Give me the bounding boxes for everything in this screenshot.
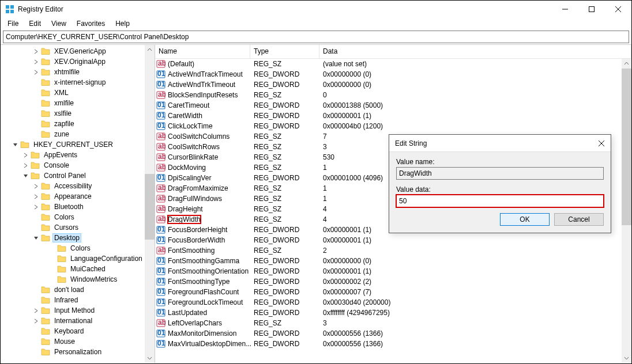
tree-item[interactable]: XEV.GenericApp xyxy=(1,46,155,56)
registry-value-row[interactable]: MaxMonitorDimensionREG_DWORD0x00000556 (… xyxy=(155,328,631,339)
tree-twisty-icon[interactable] xyxy=(21,172,29,180)
tree-item[interactable]: xmlfile xyxy=(1,98,155,108)
tree-item[interactable]: zune xyxy=(1,129,155,139)
column-type[interactable]: Type xyxy=(250,45,319,58)
tree-item[interactable]: Bluetooth xyxy=(1,202,155,212)
tree-item[interactable]: Console xyxy=(1,160,155,170)
list-scrollbar[interactable] xyxy=(622,59,631,363)
tree-item[interactable]: XEV.OriginalApp xyxy=(1,56,155,67)
maximize-button[interactable] xyxy=(578,1,605,18)
tree-pane[interactable]: XEV.GenericAppXEV.OriginalAppxhtmlfilex-… xyxy=(1,45,155,363)
registry-value-row[interactable]: FocusBorderWidthREG_DWORD0x00000001 (1) xyxy=(155,235,631,245)
close-icon[interactable] xyxy=(598,140,605,147)
ok-button[interactable]: OK xyxy=(500,213,550,226)
tree-item[interactable]: Accessibility xyxy=(1,181,155,191)
cancel-button[interactable]: Cancel xyxy=(554,213,604,226)
menu-help[interactable]: Help xyxy=(111,18,134,29)
tree-item[interactable]: Mouse xyxy=(1,336,155,347)
registry-value-row[interactable]: FontSmoothingOrientationREG_DWORD0x00000… xyxy=(155,266,631,276)
tree-item[interactable]: Input Method xyxy=(1,305,155,316)
tree-item[interactable]: Desktop xyxy=(1,233,155,243)
registry-value-row[interactable]: LastUpdatedREG_DWORD0xffffffff (42949672… xyxy=(155,308,631,318)
tree-item[interactable]: International xyxy=(1,316,155,326)
tree-item[interactable]: Keyboard xyxy=(1,326,155,336)
registry-value-row[interactable]: ForegroundLockTimeoutREG_DWORD0x00030d40… xyxy=(155,297,631,308)
tree-item-label: don't load xyxy=(52,286,86,294)
tree-item[interactable]: Control Panel xyxy=(1,170,155,181)
registry-value-row[interactable]: ActiveWndTrkTimeoutREG_DWORD0x00000000 (… xyxy=(155,79,631,90)
tree-item[interactable]: Personalization xyxy=(1,347,155,357)
reg-sz-icon xyxy=(156,204,165,214)
tree-item[interactable]: WindowMetrics xyxy=(1,274,155,285)
registry-value-row[interactable]: LeftOverlapCharsREG_SZ3 xyxy=(155,318,631,328)
folder-icon xyxy=(41,316,50,325)
scroll-up-icon[interactable] xyxy=(145,45,155,55)
tree-twisty-icon[interactable] xyxy=(21,151,29,159)
registry-value-row[interactable]: FontSmoothingTypeREG_DWORD0x00000002 (2) xyxy=(155,276,631,287)
registry-value-row[interactable]: FontSmoothingREG_SZ2 xyxy=(155,245,631,256)
tree-scrollbar[interactable] xyxy=(145,45,155,363)
registry-value-row[interactable]: ClickLockTimeREG_DWORD0x000004b0 (1200) xyxy=(155,121,631,131)
tree-twisty-icon[interactable] xyxy=(32,306,40,314)
folder-icon xyxy=(41,88,50,97)
tree-item-label: Keyboard xyxy=(52,327,85,335)
registry-value-row[interactable]: MaxVirtualDesktopDimen...REG_DWORD0x0000… xyxy=(155,339,631,349)
tree-item[interactable]: MuiCached xyxy=(1,264,155,274)
tree-twisty-icon[interactable] xyxy=(32,47,40,55)
tree-item[interactable]: Cursors xyxy=(1,222,155,233)
column-name[interactable]: Name xyxy=(155,45,250,58)
value-type: REG_DWORD xyxy=(250,70,319,78)
menu-favorites[interactable]: Favorites xyxy=(72,18,110,29)
tree-item[interactable]: xslfile xyxy=(1,108,155,119)
minimize-button[interactable] xyxy=(552,1,578,18)
address-bar[interactable]: Computer\HKEY_CURRENT_USER\Control Panel… xyxy=(3,31,629,43)
value-name-input[interactable] xyxy=(396,167,604,180)
tree-twisty-icon[interactable] xyxy=(32,58,40,66)
tree-item[interactable]: Colors xyxy=(1,243,155,253)
column-data[interactable]: Data xyxy=(319,45,631,58)
tree-item[interactable]: Appearance xyxy=(1,191,155,202)
tree-item[interactable]: Colors xyxy=(1,212,155,222)
tree-item[interactable]: don't load xyxy=(1,285,155,295)
registry-value-row[interactable]: ActiveWndTrackTimeoutREG_DWORD0x00000000… xyxy=(155,69,631,79)
scroll-down-icon[interactable] xyxy=(622,353,631,363)
registry-value-row[interactable]: CaretTimeoutREG_DWORD0x00001388 (5000) xyxy=(155,100,631,111)
value-data-input[interactable] xyxy=(396,195,604,207)
scroll-up-icon[interactable] xyxy=(622,59,631,69)
tree-twisty-icon[interactable] xyxy=(32,317,40,325)
tree-twisty-icon[interactable] xyxy=(32,192,40,200)
tree-twisty-icon[interactable] xyxy=(32,234,40,242)
tree-twisty-icon[interactable] xyxy=(32,203,40,211)
tree-item[interactable]: HKEY_CURRENT_USER xyxy=(1,139,155,150)
tree-twisty-icon[interactable] xyxy=(11,141,19,149)
menu-file[interactable]: File xyxy=(3,18,23,29)
registry-value-row[interactable]: BlockSendInputResetsREG_SZ0 xyxy=(155,90,631,100)
registry-value-row[interactable]: CaretWidthREG_DWORD0x00000001 (1) xyxy=(155,111,631,121)
tree-item[interactable]: xhtmlfile xyxy=(1,67,155,77)
menu-edit[interactable]: Edit xyxy=(24,18,46,29)
tree-item[interactable]: XML xyxy=(1,88,155,98)
value-name: DragWidth xyxy=(168,215,201,223)
tree-item[interactable]: AppEvents xyxy=(1,150,155,160)
value-name: DragFullWindows xyxy=(168,195,222,203)
registry-value-row[interactable]: (Default)REG_SZ(value not set) xyxy=(155,59,631,69)
dialog-titlebar[interactable]: Edit String xyxy=(389,135,611,152)
reg-sz-icon xyxy=(156,90,165,100)
tree-twisty-icon xyxy=(32,99,40,107)
tree-twisty-icon[interactable] xyxy=(32,68,40,76)
reg-dword-icon xyxy=(156,277,165,286)
tree-item[interactable]: x-internet-signup xyxy=(1,77,155,88)
value-data: 0x00001388 (5000) xyxy=(319,101,631,109)
menu-view[interactable]: View xyxy=(47,18,71,29)
tree-item[interactable]: Infrared xyxy=(1,295,155,305)
list-header[interactable]: Name Type Data xyxy=(155,45,631,59)
tree-item[interactable]: zapfile xyxy=(1,119,155,129)
registry-value-row[interactable]: FontSmoothingGammaREG_DWORD0x00000000 (0… xyxy=(155,256,631,266)
close-button[interactable] xyxy=(605,1,631,18)
tree-item[interactable]: LanguageConfiguration xyxy=(1,253,155,264)
tree-twisty-icon[interactable] xyxy=(21,161,29,169)
tree-item-label: International xyxy=(52,317,94,325)
tree-twisty-icon[interactable] xyxy=(32,182,40,190)
scroll-down-icon[interactable] xyxy=(145,353,155,363)
registry-value-row[interactable]: ForegroundFlashCountREG_DWORD0x00000007 … xyxy=(155,287,631,297)
